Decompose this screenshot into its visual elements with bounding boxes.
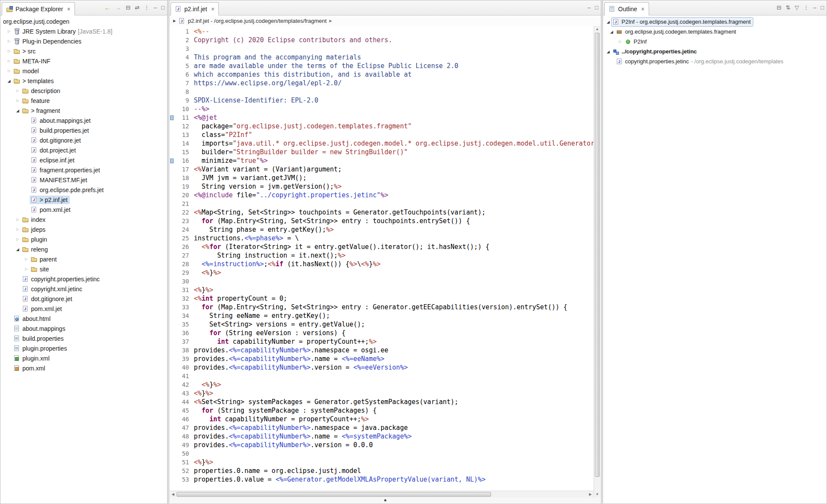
tree-item-dot-gitignore-jet[interactable]: dot.gitignore.jet [0,135,167,145]
code-line[interactable]: 2Copyright (c) 2020 Eclipse contributors… [170,36,594,44]
collapse-all-icon[interactable]: ⊟ [126,5,131,10]
line-number[interactable]: 25 [174,234,193,243]
tree-item-p2-inf-jet[interactable]: > p2.inf.jet [0,195,167,205]
code-line[interactable]: 42 <%}%> [170,380,594,389]
collapse-arrow-icon[interactable]: ◢ [608,30,615,34]
line-number[interactable]: 27 [174,251,193,260]
line-number[interactable]: 23 [174,217,193,225]
tab-p2-inf-jet[interactable]: p2.inf.jet × [171,2,219,16]
minimize-icon[interactable]: – [588,5,591,10]
line-number[interactable]: 53 [174,475,193,484]
code-line[interactable]: 16 minimize="true"%> [170,156,594,165]
tab-outline[interactable]: Outline × [604,2,649,16]
line-number[interactable]: 4 [174,53,193,62]
line-number[interactable]: 44 [174,398,193,406]
line-number[interactable]: 47 [174,423,193,432]
code-line[interactable]: 34 String eeName = entry.getKey(); [170,311,594,320]
expand-arrow-icon[interactable]: ▷ [14,99,21,103]
code-line[interactable]: 49provides.<%=capabilityNumber%>.version… [170,441,594,449]
tree-item-copyright-properties-jetinc[interactable]: copyright.properties.jetinc [0,274,167,284]
expand-arrow-icon[interactable]: ▷ [14,218,21,221]
line-number[interactable]: 31 [174,286,193,294]
code-line[interactable]: 8 [170,87,594,96]
tree-item-jdeps[interactable]: ▷jdeps [0,224,167,234]
collapse-arrow-icon[interactable]: ◢ [605,50,612,54]
sort-icon[interactable]: ⇅ [786,5,790,10]
code-line[interactable]: 41 [170,372,594,380]
expand-arrow-icon[interactable]: ▷ [23,267,30,271]
line-number[interactable]: 16 [174,156,193,165]
line-number[interactable]: 51 [174,458,193,467]
line-number[interactable]: 2 [174,36,193,44]
link-with-editor-icon[interactable]: ⇄ [135,5,140,10]
code-line[interactable]: 6which accompanies this distribution, an… [170,70,594,79]
line-number[interactable]: 46 [174,415,193,423]
line-number[interactable]: 28 [174,260,193,268]
horizontal-scrollbar-thumb[interactable] [177,492,491,497]
line-number[interactable]: 24 [174,225,193,234]
collapse-arrow-icon[interactable]: ◢ [6,79,12,83]
expand-arrow-icon[interactable]: ▷ [617,40,624,44]
code-line[interactable]: 23 for (Map.Entry<String, Set<String>> e… [170,217,594,225]
line-number[interactable]: 43 [174,389,193,398]
code-line[interactable]: 35 Set<String> versions = entry.getValue… [170,320,594,329]
tree-item-build-properties-jet[interactable]: build.properties.jet [0,125,167,135]
code-line[interactable]: 9SPDX-License-Identifier: EPL-2.0 [170,96,594,105]
code-line[interactable]: 27 String instruction = it.next();%> [170,251,594,260]
close-icon[interactable]: × [641,6,644,12]
code-line[interactable]: 47provides.<%=capabilityNumber%>.namespa… [170,423,594,432]
code-line[interactable]: 31<%}%> [170,286,594,294]
code-line[interactable]: 38provides.<%=capabilityNumber%>.namespa… [170,346,594,355]
line-number[interactable]: 29 [174,268,193,277]
line-number[interactable]: 32 [174,294,193,303]
tree-item-fragment-properties-jet[interactable]: fragment.properties.jet [0,165,167,175]
expand-arrow-icon[interactable]: ▷ [6,39,12,43]
line-number[interactable]: 1 [174,27,193,36]
expand-arrow-icon[interactable]: ▷ [6,59,12,63]
line-number[interactable]: 17 [174,165,193,174]
expand-arrow-icon[interactable]: ▷ [6,29,12,33]
line-number[interactable]: 30 [174,277,193,286]
back-icon[interactable]: ← [104,4,111,11]
chevron-right-icon[interactable]: ▶ [173,19,176,23]
tree-item-org-eclipse-justj-codegen[interactable]: org.eclipse.justj.codegen [0,16,167,26]
code-line[interactable]: 18 JVM jvm = variant.getJVM(); [170,174,594,182]
code-line[interactable]: 26 <%for (Iterator<String> it = entry.ge… [170,243,594,251]
line-number[interactable]: 8 [174,87,193,96]
code-line[interactable]: 37 int capabilityNumber = propertyCount+… [170,337,594,346]
outline-item-copyright-properties-jetinc[interactable]: ◢../copyright.properties.jetinc [603,47,827,56]
outline-item-p2inf-org-eclipse-justj-codegen-templates-fragment[interactable]: ◢P2Inf - org.eclipse.justj.codegen.templ… [603,17,827,27]
line-number[interactable]: 33 [174,303,193,311]
line-number[interactable]: 39 [174,355,193,363]
scroll-down-icon[interactable]: ▼ [594,491,600,498]
close-icon[interactable]: × [67,6,71,12]
maximize-icon[interactable]: □ [595,5,598,10]
line-number[interactable]: 22 [174,208,193,217]
tree-item-manifest-mf-jet[interactable]: MANIFEST.MF.jet [0,175,167,185]
code-line[interactable]: 52properties.0.name = org.eclipse.justj.… [170,467,594,475]
collapse-arrow-icon[interactable]: ◢ [14,247,21,252]
code-line[interactable]: 33 for (Map.Entry<String, Set<String>> e… [170,303,594,311]
tree-item-eclipse-inf-jet[interactable]: eclipse.inf.jet [0,155,167,165]
line-number[interactable]: 50 [174,449,193,458]
expand-arrow-icon[interactable]: ▷ [6,69,12,73]
code-line[interactable]: 5are made available under the terms of t… [170,62,594,70]
outline-item-org-eclipse-justj-codegen-templates-fragment[interactable]: ◢org.eclipse.justj.codegen.templates.fra… [603,27,827,37]
scroll-left-icon[interactable]: ◀ [170,491,176,498]
code-line[interactable]: 12 package="org.eclipse.justj.codegen.te… [170,122,594,131]
line-number[interactable]: 49 [174,441,193,449]
tree-item-about-mappings-jet[interactable]: about.mappings.jet [0,115,167,125]
line-number[interactable]: 7 [174,79,193,87]
tree-item-org-eclipse-pde-prefs-jet[interactable]: org.eclipse.pde.prefs.jet [0,185,167,195]
code-line[interactable]: 25instructions.<%=phase%> = \ [170,234,594,243]
view-menu-icon[interactable]: ⋮ [144,5,149,10]
code-line[interactable]: 28 <%=instruction%>;<%if (it.hasNext()) … [170,260,594,268]
sash-handle[interactable] [384,499,386,501]
code-line[interactable]: 17<%Variant variant = (Variant)argument; [170,165,594,174]
code-line[interactable]: 24 String phase = entry.getKey();%> [170,225,594,234]
line-number[interactable]: 21 [174,199,193,208]
code-line[interactable]: 7https://www.eclipse.org/legal/epl-2.0/ [170,79,594,87]
vertical-scrollbar[interactable]: ▲ ▼ [594,26,600,498]
line-number[interactable]: 52 [174,467,193,475]
code-line[interactable]: 19 String version = jvm.getVersion();%> [170,182,594,191]
